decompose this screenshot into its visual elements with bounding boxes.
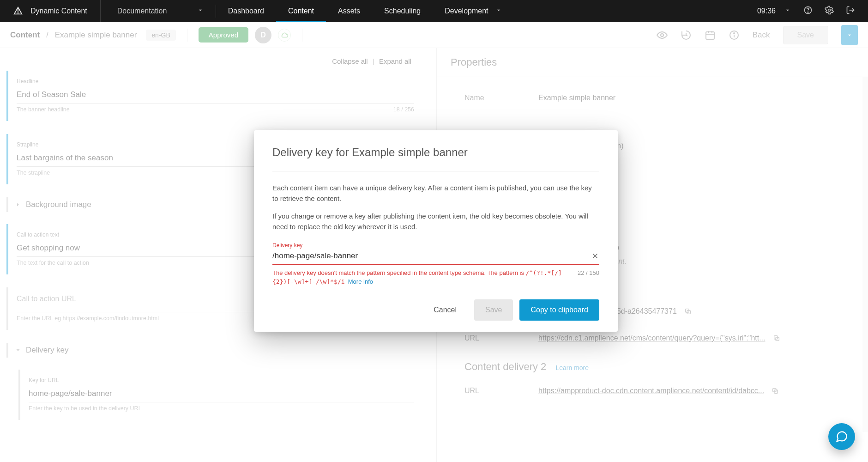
logout-icon[interactable] bbox=[846, 6, 855, 17]
brand-cluster: Dynamic Content bbox=[0, 0, 101, 22]
delivery-key-input-wrap bbox=[272, 249, 599, 265]
error-prefix: The delivery key doesn't match the patte… bbox=[272, 269, 526, 276]
nav-dashboard[interactable]: Dashboard bbox=[216, 0, 276, 22]
nav-scheduling-label: Scheduling bbox=[384, 7, 421, 15]
clock-time: 09:36 bbox=[757, 7, 776, 15]
chevron-down-icon bbox=[197, 6, 204, 16]
nav-scheduling[interactable]: Scheduling bbox=[372, 0, 433, 22]
time-cluster[interactable]: 09:36 bbox=[757, 6, 791, 16]
delivery-key-counter: 22 / 150 bbox=[578, 269, 599, 286]
chat-fab[interactable] bbox=[828, 423, 855, 450]
brand-logo-icon bbox=[13, 6, 23, 16]
chevron-down-icon bbox=[495, 6, 502, 16]
svg-point-3 bbox=[808, 12, 808, 12]
topbar: Dynamic Content Documentation Dashboard … bbox=[0, 0, 868, 22]
delivery-key-label: Delivery key bbox=[272, 242, 599, 249]
nav-content-label: Content bbox=[288, 7, 314, 15]
modal-paragraph-2: If you change or remove a key after publ… bbox=[272, 211, 599, 232]
topnav: Documentation Dashboard Content Assets S… bbox=[101, 0, 514, 22]
cancel-button[interactable]: Cancel bbox=[422, 299, 468, 321]
modal-paragraph-1: Each content item can have a unique deli… bbox=[272, 182, 599, 204]
delivery-key-error-row: The delivery key doesn't match the patte… bbox=[272, 269, 599, 286]
more-info-link[interactable]: More info bbox=[348, 278, 373, 285]
nav-assets[interactable]: Assets bbox=[326, 0, 372, 22]
brand-name: Dynamic Content bbox=[30, 7, 87, 15]
nav-development-label: Development bbox=[445, 7, 488, 15]
modal-divider bbox=[272, 171, 599, 171]
nav-assets-label: Assets bbox=[338, 7, 360, 15]
delivery-key-error-text: The delivery key doesn't match the patte… bbox=[272, 269, 568, 286]
help-icon[interactable] bbox=[803, 6, 813, 17]
topbar-right: 09:36 bbox=[744, 0, 868, 22]
nav-development[interactable]: Development bbox=[433, 0, 514, 22]
chevron-down-icon bbox=[784, 6, 791, 16]
delivery-key-input[interactable] bbox=[272, 251, 591, 261]
svg-point-4 bbox=[828, 9, 831, 12]
modal-title: Delivery key for Example simple banner bbox=[272, 146, 599, 159]
nav-content[interactable]: Content bbox=[276, 0, 326, 22]
clear-input-icon[interactable] bbox=[591, 252, 599, 260]
save-button-disabled: Save bbox=[474, 299, 513, 321]
copy-to-clipboard-button[interactable]: Copy to clipboard bbox=[519, 299, 599, 321]
delivery-key-modal: Delivery key for Example simple banner E… bbox=[254, 130, 618, 332]
modal-actions: Cancel Save Copy to clipboard bbox=[272, 299, 599, 321]
nav-documentation-label: Documentation bbox=[117, 7, 167, 15]
settings-gear-icon[interactable] bbox=[825, 6, 834, 17]
nav-documentation[interactable]: Documentation bbox=[105, 0, 216, 22]
nav-dashboard-label: Dashboard bbox=[228, 7, 264, 15]
